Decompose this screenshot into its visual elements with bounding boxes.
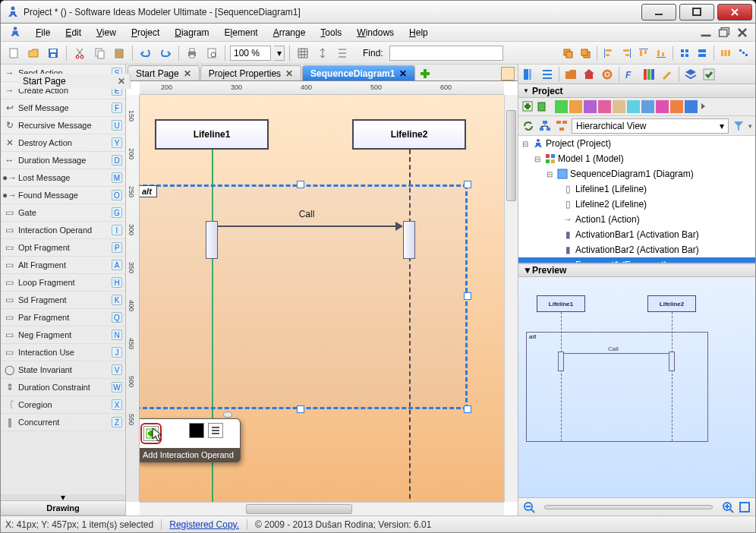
- gear-icon[interactable]: [599, 66, 616, 83]
- align-right-icon[interactable]: [619, 46, 634, 61]
- resize-handle[interactable]: [464, 405, 471, 413]
- tab-project-properties[interactable]: Project Properties✕: [200, 65, 301, 80]
- minimize-button[interactable]: [641, 4, 676, 20]
- tree-item[interactable]: ▮ActivationBar1 (Activation Bar): [518, 227, 755, 242]
- new-button[interactable]: [5, 45, 22, 62]
- paste-button[interactable]: [111, 45, 128, 62]
- resize-handle[interactable]: [464, 181, 471, 188]
- tab-start-page[interactable]: Start Page✕: [128, 65, 200, 80]
- tool-item[interactable]: ✕Destroy ActionY: [1, 134, 125, 152]
- tool-item[interactable]: ▭Interaction UseJ: [1, 344, 125, 361]
- resize-handle[interactable]: [464, 292, 471, 300]
- pal-green-icon[interactable]: [555, 100, 568, 113]
- layers-icon[interactable]: [682, 66, 699, 83]
- scrollbar-thumb[interactable]: [246, 504, 352, 514]
- pal-cyan-icon[interactable]: [627, 100, 640, 113]
- save-button[interactable]: [45, 45, 61, 62]
- preview-canvas[interactable]: Lifeline1 Lifeline2 alt Call: [518, 277, 755, 497]
- tool-item[interactable]: ▭Sd FragmentK: [1, 292, 125, 309]
- tool-item[interactable]: ▭Alt FragmentA: [1, 257, 125, 274]
- refresh-icon[interactable]: [521, 119, 535, 133]
- align-top-icon[interactable]: [636, 46, 651, 61]
- pal-orange-icon[interactable]: [569, 100, 582, 113]
- tool-item[interactable]: ▭Opt FragmentP: [1, 239, 125, 257]
- gray-handle[interactable]: [223, 412, 232, 418]
- tool-item[interactable]: ◯State InvariantV: [1, 361, 125, 379]
- pal-magenta-icon[interactable]: [656, 100, 669, 113]
- pal-pink-icon[interactable]: [598, 100, 611, 113]
- tool-item[interactable]: ▭Neg FragmentN: [1, 326, 125, 344]
- colors-icon[interactable]: [641, 66, 657, 83]
- copy-button[interactable]: [91, 45, 108, 62]
- tab-close-icon[interactable]: ✕: [285, 68, 293, 79]
- style-brush-icon[interactable]: [521, 66, 537, 83]
- cut-button[interactable]: [71, 45, 88, 62]
- filter-icon[interactable]: [732, 119, 745, 133]
- pal-blue-icon[interactable]: [641, 100, 654, 113]
- lifeline1-header[interactable]: Lifeline1: [155, 119, 269, 150]
- menu-edit[interactable]: Edit: [59, 25, 87, 40]
- pal-copy-icon[interactable]: [536, 100, 549, 113]
- menu-diagram[interactable]: Diagram: [169, 25, 215, 40]
- tool-item[interactable]: ⇕Duration ConstraintW: [1, 379, 125, 396]
- tab-close-icon[interactable]: ✕: [184, 68, 191, 79]
- preview-header[interactable]: ▼Preview: [518, 263, 755, 277]
- layer-fwd-icon[interactable]: [560, 46, 575, 61]
- style-list-icon[interactable]: [539, 66, 556, 83]
- check-icon[interactable]: [701, 66, 717, 83]
- tool-item[interactable]: ●→Found MessageO: [1, 187, 125, 204]
- guide-button[interactable]: [334, 45, 351, 62]
- lifeline2[interactable]: Lifeline2: [352, 119, 466, 150]
- registered-copy-link[interactable]: Registered Copy.: [169, 519, 239, 530]
- tool-item[interactable]: ↔Duration MessageD: [1, 152, 125, 169]
- home-icon[interactable]: [581, 66, 597, 83]
- brush2-icon[interactable]: [659, 66, 676, 83]
- print-button[interactable]: [184, 45, 200, 62]
- scrollbar-vertical[interactable]: [504, 95, 518, 502]
- diagram-canvas[interactable]: Lifeline1 Lifeline2 Call alt: [140, 95, 504, 502]
- tool-item[interactable]: 〔CoregionX: [1, 396, 125, 414]
- tool-item[interactable]: ▭GateG: [1, 204, 125, 222]
- tab-start-tool[interactable]: Start Page✕: [18, 74, 131, 89]
- drawing-section-header[interactable]: Drawing: [1, 500, 125, 516]
- tab-close-icon[interactable]: ✕: [118, 76, 125, 87]
- scrollbar-horizontal[interactable]: [140, 502, 504, 516]
- tool-item[interactable]: ↩Self MessageF: [1, 99, 125, 117]
- find-input[interactable]: [389, 46, 503, 61]
- tab-mode-button[interactable]: [501, 67, 515, 80]
- menu-windows[interactable]: Windows: [351, 25, 400, 40]
- print-preview-button[interactable]: [203, 45, 220, 62]
- align-left-icon[interactable]: [601, 46, 616, 61]
- tree-item[interactable]: ▮ActivationBar2 (Activation Bar): [518, 242, 755, 257]
- tool-item[interactable]: ▭Par FragmentQ: [1, 309, 125, 326]
- tree-model[interactable]: ⊟Model 1 (Model): [518, 151, 755, 166]
- dist-h-icon[interactable]: [718, 46, 733, 61]
- add-interaction-operand-button[interactable]: [143, 426, 159, 441]
- menu-tools[interactable]: Tools: [314, 25, 348, 40]
- font-icon[interactable]: F: [622, 66, 639, 83]
- tool-item[interactable]: ▭Interaction OperandI: [1, 222, 125, 239]
- same-height-icon[interactable]: [695, 46, 710, 61]
- popup-list-button[interactable]: [208, 423, 223, 438]
- lifeline2-header[interactable]: Lifeline2: [352, 119, 466, 150]
- pal-blue2-icon[interactable]: [685, 100, 698, 113]
- dist-v-icon[interactable]: [736, 46, 751, 61]
- open-button[interactable]: [25, 45, 42, 62]
- resize-handle[interactable]: [297, 405, 304, 413]
- pal-more-icon[interactable]: [699, 100, 712, 113]
- redo-button[interactable]: [157, 45, 174, 62]
- tree-item[interactable]: ▯Lifeline1 (Lifeline): [518, 181, 755, 197]
- pal-purple-icon[interactable]: [584, 100, 597, 113]
- zoom-input[interactable]: 100 %: [230, 46, 271, 61]
- scrollbar-thumb[interactable]: [506, 110, 516, 201]
- pal-new-icon[interactable]: [521, 100, 534, 113]
- tree2-icon[interactable]: [555, 119, 569, 133]
- menu-project[interactable]: Project: [125, 25, 165, 40]
- tree-diagram[interactable]: ⊟SequenceDiagram1 (Diagram): [518, 166, 755, 181]
- mdi-minimize-icon[interactable]: [699, 26, 713, 39]
- snap-button[interactable]: [314, 45, 331, 62]
- tool-item[interactable]: ↻Recursive MessageU: [1, 117, 125, 134]
- align-bottom-icon[interactable]: [654, 46, 669, 61]
- tree-icon[interactable]: [538, 119, 552, 133]
- menu-element[interactable]: Element: [219, 25, 264, 40]
